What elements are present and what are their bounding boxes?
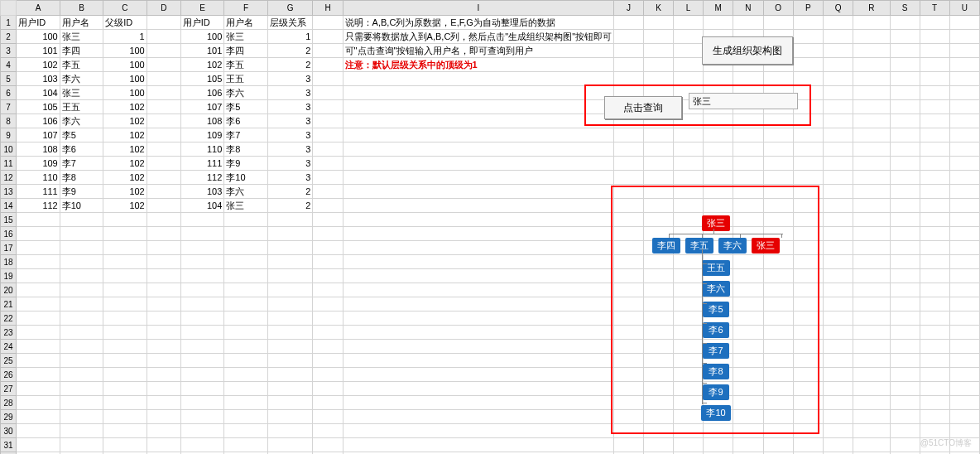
cell-S20[interactable] <box>890 283 920 297</box>
cell-I23[interactable] <box>343 326 614 340</box>
cell-L1[interactable] <box>674 16 704 30</box>
cell-L5[interactable] <box>674 72 704 86</box>
cell-C8[interactable]: 102 <box>103 114 147 128</box>
cell-B15[interactable] <box>60 213 103 227</box>
cell-S14[interactable] <box>890 199 920 213</box>
cell-G8[interactable]: 3 <box>267 114 313 128</box>
cell-U4[interactable] <box>949 58 979 72</box>
cell-U10[interactable] <box>949 142 979 157</box>
cell-R21[interactable] <box>853 297 890 312</box>
cell-A23[interactable] <box>17 326 60 340</box>
cell-L4[interactable] <box>674 58 704 72</box>
cell-T2[interactable] <box>920 30 949 44</box>
column-header-O[interactable]: O <box>763 1 793 16</box>
cell-E13[interactable]: 103 <box>180 185 224 199</box>
cell-A17[interactable] <box>17 241 60 255</box>
cell-T5[interactable] <box>920 72 949 86</box>
cell-H23[interactable] <box>313 326 343 340</box>
cell-G16[interactable] <box>267 227 313 241</box>
cell-O14[interactable] <box>763 199 793 213</box>
row-header-16[interactable]: 16 <box>1 227 17 241</box>
row-header-12[interactable]: 12 <box>1 171 17 185</box>
cell-A3[interactable]: 101 <box>17 44 60 58</box>
cell-U17[interactable] <box>949 241 979 255</box>
row-header-21[interactable]: 21 <box>1 297 17 312</box>
cell-B12[interactable]: 李8 <box>60 171 103 185</box>
cell-H28[interactable] <box>313 396 343 410</box>
cell-G12[interactable]: 3 <box>267 171 313 185</box>
cell-D10[interactable] <box>147 142 180 157</box>
cell-R12[interactable] <box>853 171 890 185</box>
cell-S10[interactable] <box>890 142 920 157</box>
cell-B29[interactable] <box>60 410 103 424</box>
cell-H26[interactable] <box>313 368 343 382</box>
cell-M10[interactable] <box>703 142 733 157</box>
cell-B18[interactable] <box>60 255 103 269</box>
cell-F30[interactable] <box>224 424 268 438</box>
cell-Q18[interactable] <box>823 255 853 269</box>
cell-S25[interactable] <box>890 354 920 368</box>
cell-I25[interactable] <box>343 354 614 368</box>
cell-Q16[interactable] <box>823 227 853 241</box>
row-header-4[interactable]: 4 <box>1 58 17 72</box>
cell-D22[interactable] <box>147 312 180 326</box>
cell-D27[interactable] <box>147 382 180 396</box>
cell-I28[interactable] <box>343 396 614 410</box>
cell-N9[interactable] <box>733 128 763 142</box>
cell-Q27[interactable] <box>823 382 853 396</box>
column-header-T[interactable]: T <box>920 1 949 16</box>
cell-A1[interactable]: 用户ID <box>17 16 60 30</box>
cell-R26[interactable] <box>853 368 890 382</box>
row-header-3[interactable]: 3 <box>1 44 17 58</box>
cell-B23[interactable] <box>60 326 103 340</box>
cell-A8[interactable]: 106 <box>17 114 60 128</box>
row-header-13[interactable]: 13 <box>1 185 17 199</box>
cell-I10[interactable] <box>343 142 614 157</box>
cell-C30[interactable] <box>103 424 147 438</box>
cell-F3[interactable]: 李四 <box>224 44 268 58</box>
cell-U22[interactable] <box>949 312 979 326</box>
cell-Q20[interactable] <box>823 283 853 297</box>
cell-F12[interactable]: 李10 <box>224 171 268 185</box>
cell-G31[interactable] <box>267 438 313 452</box>
cell-U12[interactable] <box>949 171 979 185</box>
cell-C25[interactable] <box>103 354 147 368</box>
cell-D31[interactable] <box>147 438 180 452</box>
cell-C11[interactable]: 102 <box>103 157 147 171</box>
cell-U26[interactable] <box>949 368 979 382</box>
row-header-30[interactable]: 30 <box>1 424 17 438</box>
cell-T6[interactable] <box>920 86 949 100</box>
cell-K12[interactable] <box>643 171 673 185</box>
cell-R27[interactable] <box>853 382 890 396</box>
cell-G27[interactable] <box>267 382 313 396</box>
column-header-N[interactable]: N <box>733 1 763 16</box>
cell-R31[interactable] <box>853 438 890 452</box>
cell-G29[interactable] <box>267 410 313 424</box>
cell-D1[interactable] <box>147 16 180 30</box>
cell-T24[interactable] <box>920 340 949 354</box>
cell-H22[interactable] <box>313 312 343 326</box>
cell-B16[interactable] <box>60 227 103 241</box>
cell-D11[interactable] <box>147 157 180 171</box>
cell-D28[interactable] <box>147 396 180 410</box>
cell-B21[interactable] <box>60 297 103 312</box>
cell-U6[interactable] <box>949 86 979 100</box>
cell-Q28[interactable] <box>823 396 853 410</box>
cell-K13[interactable] <box>643 185 673 199</box>
cell-B9[interactable]: 李5 <box>60 128 103 142</box>
cell-T15[interactable] <box>920 213 949 227</box>
cell-M11[interactable] <box>703 157 733 171</box>
cell-P9[interactable] <box>793 128 823 142</box>
cell-P11[interactable] <box>793 157 823 171</box>
cell-A24[interactable] <box>17 340 60 354</box>
cell-L13[interactable] <box>674 185 704 199</box>
cell-B25[interactable] <box>60 354 103 368</box>
cell-R15[interactable] <box>853 213 890 227</box>
cell-C19[interactable] <box>103 269 147 283</box>
org-node-张三[interactable]: 张三 <box>752 238 780 254</box>
cell-H8[interactable] <box>313 114 343 128</box>
cell-B6[interactable]: 张三 <box>60 86 103 100</box>
cell-B14[interactable]: 李10 <box>60 199 103 213</box>
cell-U13[interactable] <box>949 185 979 199</box>
row-header-5[interactable]: 5 <box>1 72 17 86</box>
